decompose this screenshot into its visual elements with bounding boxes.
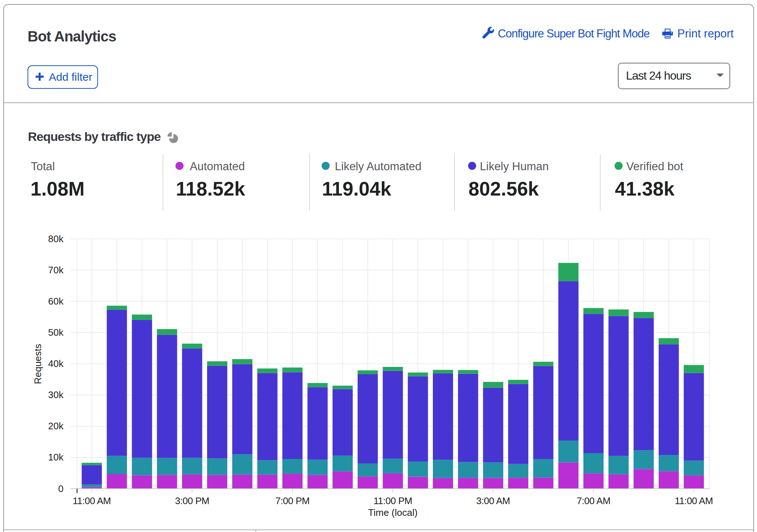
svg-text:60k: 60k — [48, 296, 64, 307]
svg-text:80k: 80k — [48, 233, 64, 244]
svg-text:7:00 PM: 7:00 PM — [275, 495, 309, 506]
svg-text:7:00 AM: 7:00 AM — [577, 495, 611, 506]
svg-text:70k: 70k — [48, 265, 64, 276]
svg-text:11:00 AM: 11:00 AM — [675, 495, 713, 506]
svg-text:3:00 AM: 3:00 AM — [476, 495, 510, 506]
svg-text:40k: 40k — [48, 358, 64, 369]
svg-text:50k: 50k — [48, 327, 64, 338]
svg-text:11:00 AM: 11:00 AM — [73, 495, 111, 506]
svg-text:Time (local): Time (local) — [368, 507, 418, 518]
svg-text:3:00 PM: 3:00 PM — [175, 495, 209, 506]
svg-text:10k: 10k — [48, 452, 64, 463]
svg-text:11:00 PM: 11:00 PM — [373, 495, 412, 506]
svg-text:30k: 30k — [48, 389, 64, 400]
svg-text:20k: 20k — [48, 420, 64, 431]
svg-text:0: 0 — [58, 483, 64, 494]
svg-text:Requests: Requests — [32, 344, 43, 384]
